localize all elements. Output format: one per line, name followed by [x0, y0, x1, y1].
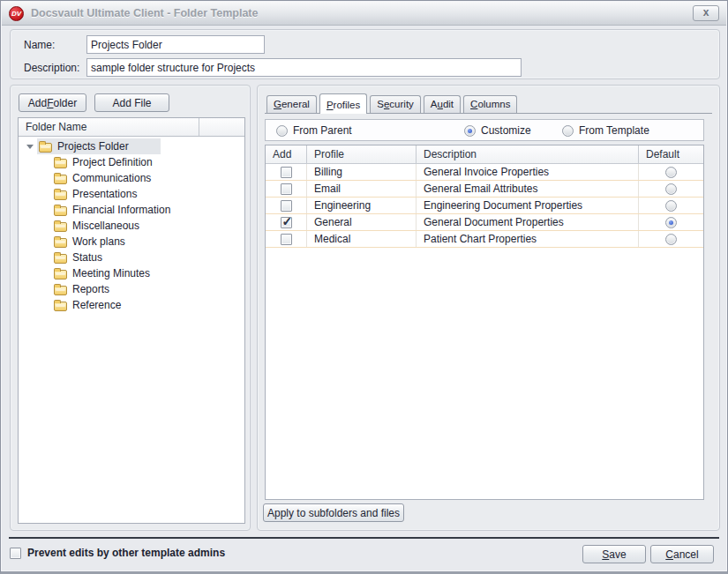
add-checkbox[interactable]: [281, 183, 292, 195]
close-icon[interactable]: x: [693, 5, 719, 21]
tab[interactable]: Audit: [424, 95, 461, 113]
tree-item-label: Financial Information: [72, 204, 170, 216]
tree-item-label: Miscellaneous: [72, 220, 139, 232]
radio-icon[interactable]: [562, 125, 574, 137]
column-header-description[interactable]: Description: [417, 145, 639, 163]
expander-icon[interactable]: [26, 145, 34, 149]
column-header-profile[interactable]: Profile: [307, 145, 417, 163]
description-cell: Patient Chart Properties: [417, 231, 639, 247]
tree-item[interactable]: Project Definition: [19, 154, 244, 170]
table-row[interactable]: General General Document Properties: [266, 214, 703, 231]
folder-tree-body: Projects Folder Project Definition Commu…: [19, 137, 244, 313]
profiles-grid-header: Add Profile Description Default: [266, 145, 703, 164]
window-title: Docsvault Ultimate Client - Folder Templ…: [31, 7, 686, 19]
add-checkbox[interactable]: [281, 217, 292, 228]
description-cell: General Document Properties: [417, 214, 639, 230]
default-radio[interactable]: [665, 234, 677, 245]
tree-root-row[interactable]: Projects Folder: [19, 138, 244, 154]
tree-item[interactable]: Miscellaneous: [19, 218, 244, 234]
folder-icon: [54, 270, 67, 280]
tree-item[interactable]: Presentations: [19, 186, 244, 202]
tree-root-selection[interactable]: Projects Folder: [37, 138, 161, 154]
add-checkbox[interactable]: [281, 167, 292, 178]
tree-item[interactable]: Reports: [19, 281, 244, 297]
tree-item[interactable]: Communications: [19, 170, 244, 186]
template-info-group: Name: Description:: [10, 29, 720, 79]
folder-icon: [54, 190, 67, 200]
description-input[interactable]: [86, 58, 522, 77]
properties-panel: General Profiles Security Audit Columns …: [257, 85, 720, 531]
default-radio[interactable]: [665, 167, 677, 178]
folder-template-dialog: DV Docsvault Ultimate Client - Folder Te…: [0, 0, 728, 574]
add-checkbox[interactable]: [281, 200, 292, 212]
folder-icon: [54, 254, 67, 264]
column-header-default[interactable]: Default: [639, 145, 703, 163]
default-radio[interactable]: [665, 200, 677, 212]
folder-icon: [54, 206, 67, 216]
title-bar[interactable]: DV Docsvault Ultimate Client - Folder Te…: [2, 2, 726, 26]
tab[interactable]: Profiles: [319, 93, 367, 114]
name-label: Name:: [24, 39, 55, 51]
prevent-edits-label: Prevent edits by other template admins: [27, 547, 225, 559]
table-row[interactable]: Email General Email Attributes: [266, 181, 703, 198]
radio-label: From Parent: [293, 124, 352, 137]
radio-label: Customize: [481, 124, 531, 137]
radio-label: From Template: [579, 124, 649, 137]
folder-icon: [39, 143, 52, 153]
profile-cell: Medical: [307, 231, 417, 247]
prevent-edits-option[interactable]: Prevent edits by other template admins: [10, 547, 225, 559]
folder-icon: [54, 286, 67, 295]
prevent-edits-checkbox[interactable]: [10, 548, 21, 559]
default-radio[interactable]: [665, 217, 677, 228]
profiles-grid: Add Profile Description Default Billing …: [265, 145, 704, 500]
folder-icon: [54, 175, 67, 184]
name-input[interactable]: [86, 35, 265, 54]
profile-source-option[interactable]: From Template: [562, 124, 649, 137]
folder-icon: [54, 302, 67, 311]
table-row[interactable]: Engineering Engineering Document Propert…: [266, 198, 703, 214]
tab[interactable]: General: [266, 95, 317, 113]
cancel-button[interactable]: Cancel: [650, 545, 714, 563]
table-row[interactable]: Medical Patient Chart Properties: [266, 231, 703, 248]
tree-item-label: Status: [72, 251, 102, 264]
profile-cell: Billing: [307, 164, 417, 180]
add-folder-button[interactable]: Add Folder: [19, 93, 86, 112]
tab[interactable]: Columns: [463, 95, 517, 113]
tree-item[interactable]: Work plans: [19, 234, 244, 250]
radio-icon[interactable]: [276, 125, 288, 137]
profile-source-box: From Parent Customize From Template: [265, 119, 704, 141]
tree-children: Project Definition Communications Presen…: [19, 154, 244, 313]
tree-item-label: Reference: [72, 299, 121, 311]
tree-item-label: Meeting Minutes: [72, 267, 150, 280]
description-cell: Engineering Document Properties: [417, 198, 639, 213]
tab[interactable]: Security: [370, 95, 421, 113]
description-cell: General Invoice Properties: [417, 164, 639, 180]
tree-item-label: Work plans: [72, 235, 125, 248]
profile-cell: Email: [307, 181, 417, 197]
tree-item-label: Communications: [72, 172, 151, 184]
profile-source-option[interactable]: Customize: [464, 124, 531, 137]
tree-item-label: Project Definition: [72, 156, 153, 168]
profile-source-option[interactable]: From Parent: [276, 124, 352, 137]
folder-icon: [54, 222, 67, 232]
folder-icon: [54, 159, 67, 168]
tree-item-label: Presentations: [72, 188, 137, 200]
tree-item[interactable]: Financial Information: [19, 202, 244, 218]
profiles-grid-rows: Billing General Invoice Properties Email…: [266, 164, 703, 248]
table-row[interactable]: Billing General Invoice Properties: [266, 164, 703, 181]
tree-item-label: Reports: [72, 283, 109, 295]
add-file-button[interactable]: Add File: [94, 93, 169, 112]
description-cell: General Email Attributes: [417, 181, 639, 197]
tree-item[interactable]: Meeting Minutes: [19, 265, 244, 281]
tree-item[interactable]: Status: [19, 250, 244, 265]
column-header-add[interactable]: Add: [266, 145, 307, 163]
tree-item[interactable]: Reference: [19, 297, 244, 313]
default-radio[interactable]: [665, 183, 677, 195]
add-checkbox[interactable]: [281, 234, 292, 245]
docsvault-logo-icon: DV: [9, 6, 24, 21]
save-button[interactable]: Save: [582, 545, 646, 563]
radio-icon[interactable]: [464, 125, 476, 137]
tab-strip: General Profiles Security Audit Columns: [265, 93, 712, 114]
folder-tree-header[interactable]: Folder Name: [19, 118, 244, 137]
apply-to-subfolders-button[interactable]: Apply to subfolders and files: [263, 503, 404, 522]
